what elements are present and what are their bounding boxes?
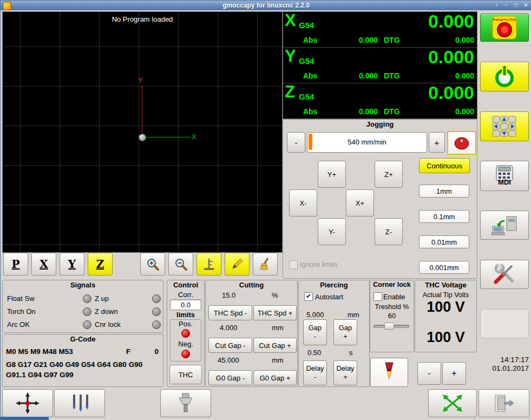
active-mcodes: M0 M5 M9 M48 M53 — [6, 347, 73, 356]
view-x-button[interactable]: X — [31, 253, 56, 275]
jogging-panel: Jogging - 540 mm/min + Continuous Y+ Z+ … — [283, 119, 477, 279]
limits-label: limits — [167, 311, 204, 319]
torch-button[interactable] — [370, 358, 408, 387]
increment-0-01mm-button[interactable]: 0.01mm — [419, 235, 469, 248]
g0-gap-decrease-button[interactable]: G0 Gap - — [208, 370, 252, 385]
probe-button[interactable] — [54, 389, 105, 417]
y-axis-line — [142, 85, 142, 137]
settings-tools-button[interactable] — [480, 260, 529, 289]
maximize-button[interactable]: □ — [512, 1, 520, 9]
x-axis-line — [142, 137, 190, 137]
titlebar: gmoccapy for linuxcnc 2.2.0 ↑ − □ ✕ — [1, 1, 531, 10]
autostart-checkbox[interactable] — [304, 292, 313, 301]
pierce-gap-increase-button[interactable]: Gap + — [333, 319, 357, 345]
increment-0-001mm-button[interactable]: 0.001mm — [419, 261, 469, 274]
increment-1mm-button[interactable]: 1mm — [419, 185, 469, 198]
thc-speed-decrease-button[interactable]: THC Spd - — [208, 305, 252, 320]
power-icon — [493, 65, 516, 89]
jog-y-minus-button[interactable]: Y- — [318, 218, 346, 245]
gap-dec-sign: - — [314, 332, 316, 341]
thc-button[interactable]: THC — [169, 365, 202, 384]
corner-lock-enable-label: Enable — [383, 293, 405, 301]
jog-x-plus-button[interactable]: X+ — [346, 189, 374, 216]
dro-axis-y[interactable]: Y G54 0.000 Abs 0.000 DTG 0.000 — [283, 48, 477, 83]
jog-z-plus-button[interactable]: Z+ — [375, 161, 403, 188]
threshold-slider-handle[interactable] — [384, 323, 394, 330]
view-p-button[interactable]: P — [3, 253, 28, 275]
exit-icon — [493, 393, 515, 413]
ignore-limits-checkbox[interactable] — [289, 260, 298, 269]
pierce-delay-decrease-button[interactable]: Delay - — [303, 360, 327, 385]
mouse-jog-icon — [453, 135, 471, 150]
thc-voltage-increase-button[interactable]: + — [442, 362, 466, 385]
estop-button[interactable]: Emergency Stop — [480, 14, 529, 42]
svg-text:Emergency Stop: Emergency Stop — [493, 18, 516, 21]
neg-limit-led — [181, 350, 190, 358]
jog-x-minus-button[interactable]: X- — [289, 189, 317, 216]
g0-gap-increase-button[interactable]: G0 Gap + — [253, 370, 297, 385]
window-title: gmoccapy for linuxcnc 2.2.0 — [1, 2, 531, 9]
mouse-jog-button[interactable] — [447, 131, 476, 155]
jog-y-plus-button[interactable]: Y+ — [318, 161, 346, 188]
thc-speed-unit: % — [272, 291, 278, 299]
machine-on-button[interactable] — [480, 62, 529, 91]
cut-gap-increase-button[interactable]: Cut Gap + — [253, 338, 297, 353]
axis-letter: Y — [285, 47, 296, 66]
jog-z-minus-button[interactable]: Z- — [375, 218, 403, 245]
signal-z-up-label: Z up — [95, 294, 109, 303]
pierce-gap-decrease-button[interactable]: Gap - — [303, 319, 327, 345]
window-controls: ↑ − □ ✕ — [493, 1, 530, 9]
gcode-preview[interactable]: No Program loaded Y X — [2, 11, 283, 253]
feed-label: F — [126, 347, 130, 356]
thc-speed-increase-button[interactable]: THC Spd + — [253, 305, 297, 320]
view-z-button[interactable]: Z — [88, 253, 113, 275]
pierce-delay-value: 0.50 — [307, 349, 321, 357]
ignore-limits-label: Ignore limits — [300, 260, 338, 268]
signal-torch-on-led — [83, 307, 91, 316]
shade-button[interactable]: ↑ — [493, 1, 501, 9]
gcode-panel: G-Code M0 M5 M9 M48 M53 F 0 G8 G17 G21 G… — [2, 334, 163, 387]
continuous-jog-button[interactable]: Continuous — [419, 158, 470, 173]
dro-axis-x[interactable]: X G54 0.000 Abs 0.000 DTG 0.000 — [283, 12, 477, 48]
edit-gcode-button[interactable] — [225, 253, 250, 275]
jog-speed-slider[interactable]: 540 mm/min — [307, 132, 427, 153]
mdi-button[interactable]: MDI — [480, 161, 529, 191]
letter-x-icon: X — [40, 258, 48, 271]
axis-letter: X — [285, 11, 296, 30]
axis-position: 0.000 — [428, 82, 474, 103]
piercing-title: Piercing — [299, 281, 369, 289]
jog-pad-button[interactable] — [480, 111, 529, 141]
fullscreen-button[interactable] — [428, 389, 477, 417]
signal-float-sw-led — [83, 294, 91, 303]
machine-setup-button[interactable] — [480, 211, 529, 240]
jog-speed-decrease-button[interactable]: - — [287, 132, 305, 153]
tool-button[interactable] — [160, 389, 211, 417]
minimize-button[interactable]: − — [502, 1, 510, 9]
pierce-delay-increase-button[interactable]: Delay + — [333, 360, 357, 385]
axis-position: 0.000 — [428, 11, 474, 32]
zoom-out-button[interactable] — [168, 253, 193, 275]
exit-button[interactable] — [478, 389, 529, 417]
thc-voltage-panel: THC Voltage Actual Tip Volts 100 V 100 V — [415, 280, 477, 352]
tools-icon — [493, 264, 516, 285]
set-volts-value: 100 V — [415, 329, 476, 346]
touch-off-button[interactable] — [2, 389, 53, 417]
view-y-button[interactable]: Y — [60, 253, 84, 275]
close-button[interactable]: ✕ — [522, 1, 530, 9]
dro-axis-z[interactable]: Z G54 0.000 Abs 0.000 DTG 0.000 — [283, 83, 477, 119]
clock-time: 14:17:17 — [480, 356, 529, 364]
jog-speed-increase-button[interactable]: + — [429, 132, 445, 153]
signal-arc-ok-led — [83, 320, 91, 329]
thc-voltage-decrease-button[interactable]: - — [417, 362, 441, 385]
emergency-stop-icon: Emergency Stop — [489, 16, 520, 40]
bottom-panel-strip — [1, 417, 49, 420]
tool-measure-button[interactable] — [196, 253, 221, 275]
dro-panel: X G54 0.000 Abs 0.000 DTG 0.000 Y G54 0.… — [283, 11, 477, 119]
signal-cnr-lock-led — [152, 320, 161, 329]
zoom-in-button[interactable] — [140, 253, 165, 275]
clear-plot-button[interactable] — [253, 253, 278, 275]
x-axis-label: X — [192, 133, 196, 141]
increment-0-1mm-button[interactable]: 0.1mm — [419, 210, 469, 223]
cut-gap-decrease-button[interactable]: Cut Gap - — [208, 338, 252, 353]
corner-lock-enable-checkbox[interactable] — [373, 292, 382, 301]
